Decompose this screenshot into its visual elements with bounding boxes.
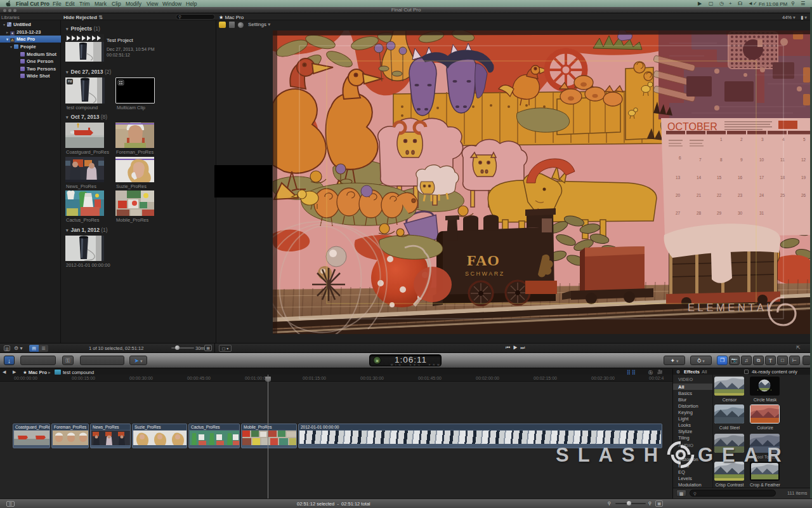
- svg-text:FM: FM: [68, 80, 72, 83]
